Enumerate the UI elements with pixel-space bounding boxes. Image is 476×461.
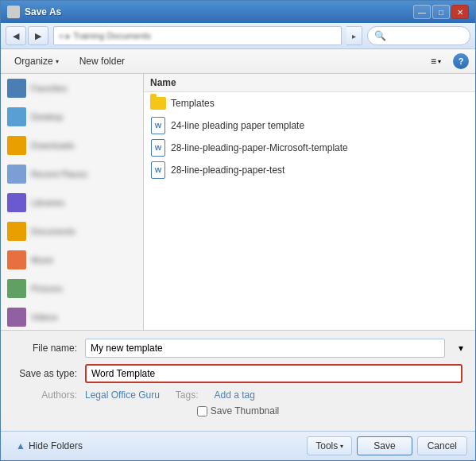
sidebar-item-label: Documents — [31, 227, 75, 236]
file-list: Name Templates 24-line pleading paper te… — [144, 74, 475, 330]
tags-value[interactable]: Add a tag — [215, 389, 255, 401]
list-item[interactable]: 28-line-pleading-paper-Microsoft-templat… — [144, 137, 475, 159]
chevron-down-icon: ▸ — [352, 32, 356, 41]
title-bar: Save As — □ ✕ — [1, 1, 475, 23]
sidebar-item-music[interactable]: Music — [1, 246, 143, 274]
sidebar-item-favorites[interactable]: Favorites — [1, 74, 143, 103]
close-button[interactable]: ✕ — [451, 5, 469, 19]
title-bar-left: Save As — [7, 6, 61, 18]
doc-icon — [150, 162, 166, 178]
file-name-row: File name: ▾ — [14, 339, 462, 358]
authors-label: Authors: — [14, 389, 85, 401]
cancel-button[interactable]: Cancel — [417, 436, 467, 455]
save-as-dialog: Save As — □ ✕ ◀ ▶ « ▸ Training Documents… — [0, 0, 476, 461]
sidebar-item-desktop[interactable]: Desktop — [1, 103, 143, 131]
window-title: Save As — [25, 6, 61, 17]
videos-icon — [7, 308, 26, 327]
file-name: 24-line pleading paper template — [171, 120, 469, 131]
organize-button[interactable]: Organize ▾ — [7, 52, 66, 70]
path-dropdown-arrow[interactable]: ▸ — [346, 26, 362, 45]
hide-folders-icon: ▲ — [16, 440, 25, 451]
desktop-icon — [7, 107, 26, 126]
tools-button[interactable]: Tools ▾ — [307, 436, 352, 455]
word-doc-icon — [151, 139, 165, 157]
tags-label: Tags: — [176, 389, 199, 401]
sidebar-item-label: Recent Places — [31, 169, 87, 179]
list-item[interactable]: 28-line-pleading-paper-test — [144, 159, 475, 181]
file-name-label: File name: — [14, 343, 85, 354]
back-button[interactable]: ◀ — [6, 26, 26, 45]
sidebar-item-pictures[interactable]: Pictures — [1, 274, 143, 303]
window-controls: — □ ✕ — [413, 5, 469, 19]
hide-folders-label: Hide Folders — [29, 440, 83, 451]
path-bar[interactable]: « ▸ Training Documents — [53, 26, 342, 45]
minimize-button[interactable]: — — [413, 5, 431, 19]
folder-icon — [150, 95, 166, 111]
word-doc-icon — [151, 161, 165, 179]
filename-arrow[interactable]: ▾ — [459, 343, 463, 354]
doc-icon — [150, 118, 166, 134]
second-toolbar: Organize ▾ New folder ≡ ▾ ? — [1, 49, 475, 74]
view-icon: ≡ — [431, 56, 436, 67]
title-bar-icon — [7, 6, 20, 18]
path-text: « ▸ Training Documents — [59, 31, 151, 41]
thumbnail-label: Save Thumbnail — [211, 405, 280, 416]
sidebar-item-label: Downloads — [31, 141, 74, 150]
save-as-type-row: Save as type: Word Template Word Documen… — [14, 364, 462, 383]
authors-tags-row: Authors: Legal Office Guru Tags: Add a t… — [14, 389, 462, 401]
save-as-type-select[interactable]: Word Template Word Document Word Macro-E… — [85, 364, 462, 383]
save-as-type-label: Save as type: — [14, 368, 85, 379]
folder-icon-shape — [150, 97, 166, 110]
authors-value[interactable]: Legal Office Guru — [85, 389, 160, 401]
column-name-header: Name — [150, 77, 469, 88]
help-button[interactable]: ? — [453, 53, 469, 69]
thumbnail-checkbox-label[interactable]: Save Thumbnail — [197, 405, 280, 416]
doc-icon — [150, 140, 166, 156]
meta-values: Legal Office Guru Tags: Add a tag — [85, 389, 462, 401]
sidebar-item-libraries[interactable]: Libraries — [1, 188, 143, 217]
thumbnail-row: Save Thumbnail — [14, 405, 462, 416]
save-as-type-wrapper: Word Template Word Document Word Macro-E… — [85, 364, 462, 383]
address-toolbar: ◀ ▶ « ▸ Training Documents ▸ 🔍 — [1, 23, 475, 49]
list-item[interactable]: 24-line pleading paper template — [144, 114, 475, 137]
file-name: 28-line-pleading-paper-test — [171, 165, 469, 176]
sidebar-item-label: Favorites — [31, 83, 67, 93]
file-name: Templates — [171, 98, 469, 109]
new-folder-button[interactable]: New folder — [72, 52, 132, 70]
file-name: 28-line-pleading-paper-Microsoft-templat… — [171, 142, 469, 153]
tools-label: Tools — [315, 440, 338, 451]
search-icon: 🔍 — [374, 30, 386, 41]
sidebar-item-label: Pictures — [31, 284, 63, 293]
file-name-input[interactable] — [85, 339, 445, 358]
search-bar[interactable]: 🔍 — [367, 26, 470, 45]
chevron-down-icon: ▾ — [56, 58, 59, 65]
bottom-form-area: File name: ▾ Save as type: Word Template… — [1, 330, 475, 431]
sidebar-item-videos[interactable]: Videos — [1, 303, 143, 330]
search-input[interactable] — [389, 31, 453, 41]
sidebar-item-documents[interactable]: Documents — [1, 217, 143, 246]
footer-right: Tools ▾ Save Cancel — [307, 436, 467, 455]
maximize-button[interactable]: □ — [432, 5, 450, 19]
list-item[interactable]: Templates — [144, 92, 475, 114]
sidebar-item-downloads[interactable]: Downloads — [1, 131, 143, 160]
file-list-header: Name — [144, 74, 475, 92]
forward-button[interactable]: ▶ — [28, 26, 48, 45]
thumbnail-checkbox[interactable] — [197, 406, 207, 416]
main-content: Favorites Desktop Downloads Recent Place… — [1, 74, 475, 330]
libraries-icon — [7, 193, 26, 212]
documents-icon — [7, 222, 26, 241]
music-icon — [7, 250, 26, 269]
sidebar-item-recent[interactable]: Recent Places — [1, 160, 143, 188]
chevron-down-icon: ▾ — [438, 58, 441, 65]
nav-buttons: ◀ ▶ — [6, 26, 48, 45]
save-button[interactable]: Save — [357, 436, 412, 455]
favorites-icon — [7, 79, 26, 98]
view-button[interactable]: ≡ ▾ — [425, 52, 447, 70]
chevron-down-icon: ▾ — [340, 443, 343, 450]
downloads-icon — [7, 136, 26, 155]
sidebar: Favorites Desktop Downloads Recent Place… — [1, 74, 144, 330]
sidebar-item-label: Desktop — [31, 112, 63, 122]
sidebar-item-label: Music — [31, 255, 54, 265]
hide-folders-button[interactable]: ▲ Hide Folders — [9, 436, 90, 455]
sidebar-item-label: Libraries — [31, 198, 64, 207]
